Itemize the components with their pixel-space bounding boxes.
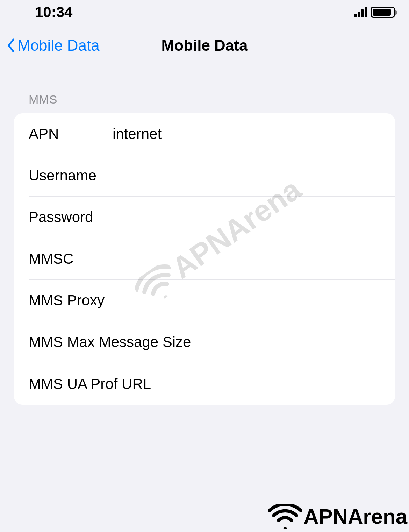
mms-proxy-input[interactable] xyxy=(113,280,395,321)
apn-input[interactable] xyxy=(113,113,395,155)
mmsc-input[interactable] xyxy=(113,238,395,279)
signal-icon xyxy=(354,7,367,17)
field-label: Password xyxy=(29,209,113,226)
wifi-icon xyxy=(268,504,302,529)
field-label: APN xyxy=(29,126,113,142)
mms-max-size-input[interactable] xyxy=(191,321,395,363)
section-header-mms: MMS xyxy=(29,93,395,106)
brand-footer: APNArena xyxy=(268,504,407,529)
status-time: 10:34 xyxy=(35,4,72,21)
navigation-bar: Mobile Data Mobile Data xyxy=(0,24,409,66)
username-input[interactable] xyxy=(113,155,395,196)
brand-text: APNArena xyxy=(303,504,407,529)
back-label: Mobile Data xyxy=(17,37,100,54)
setting-row-mms-max-size[interactable]: MMS Max Message Size xyxy=(14,321,395,363)
setting-row-password[interactable]: Password xyxy=(14,197,395,238)
back-button[interactable]: Mobile Data xyxy=(0,37,100,54)
field-label: Username xyxy=(29,167,113,184)
password-input[interactable] xyxy=(113,197,395,238)
settings-group-mms: APN Username Password MMSC xyxy=(14,113,395,405)
setting-row-apn[interactable]: APN xyxy=(14,113,395,155)
field-label: MMSC xyxy=(29,250,113,267)
field-label: MMS Max Message Size xyxy=(29,334,191,350)
setting-row-mmsc[interactable]: MMSC xyxy=(14,238,395,280)
chevron-left-icon xyxy=(7,38,15,52)
setting-row-mms-ua-prof[interactable]: MMS UA Prof URL xyxy=(14,363,395,405)
battery-icon xyxy=(371,7,395,18)
setting-row-username[interactable]: Username xyxy=(14,155,395,197)
field-label: MMS UA Prof URL xyxy=(29,376,151,392)
field-label: MMS Proxy xyxy=(29,292,113,309)
status-indicators xyxy=(354,7,395,18)
mms-ua-prof-input[interactable] xyxy=(151,363,395,405)
status-bar: 10:34 xyxy=(0,0,409,24)
setting-row-mms-proxy[interactable]: MMS Proxy xyxy=(14,280,395,321)
